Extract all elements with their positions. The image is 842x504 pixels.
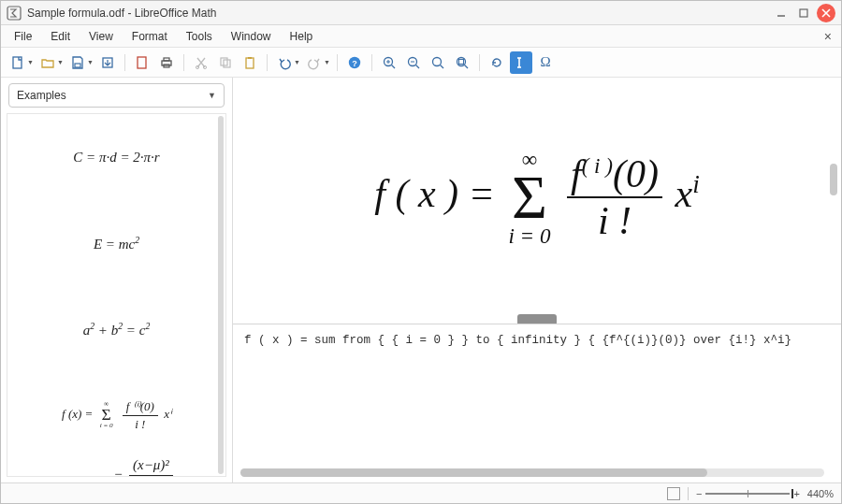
export-pdf-button[interactable] <box>131 51 153 74</box>
example-item[interactable]: − (x−μ)² <box>7 458 225 477</box>
svg-rect-0 <box>7 7 21 20</box>
example-item[interactable]: f (x) = ∞ Σ i = 0 f ⁽ⁱ⁾(0) i ! xⁱ <box>7 372 225 458</box>
undo-caret[interactable]: ▼ <box>294 59 301 65</box>
close-button[interactable] <box>817 4 835 22</box>
zoom-out-button[interactable] <box>402 51 425 74</box>
statusbar: − + 440% <box>1 482 841 503</box>
menu-edit[interactable]: Edit <box>41 27 80 46</box>
category-dropdown-label: Examples <box>17 89 66 102</box>
examples-list: C = π·d = 2·π·r E = mc2 a2 + b2 = c2 f (… <box>7 113 226 477</box>
example-item[interactable]: a2 + b2 = c2 <box>7 286 225 372</box>
example-item[interactable]: E = mc2 <box>7 200 225 286</box>
menu-view[interactable]: View <box>80 27 123 46</box>
svg-rect-16 <box>246 58 254 68</box>
svg-line-30 <box>465 65 469 68</box>
command-text[interactable]: f ( x ) = sum from { { i = 0 } } to { in… <box>233 324 841 356</box>
svg-text:?: ? <box>352 58 357 67</box>
open-button[interactable] <box>36 51 59 74</box>
rendered-formula: f ( x ) = ∞ Σ i = 0 f( i )(0) i ! xi <box>374 149 699 247</box>
svg-rect-8 <box>138 57 146 68</box>
sidebar-scrollbar[interactable] <box>218 116 224 474</box>
svg-point-29 <box>457 57 466 65</box>
body: Examples ▼ C = π·d = 2·π·r E = mc2 a2 + … <box>1 78 841 482</box>
svg-line-25 <box>416 65 420 68</box>
maximize-button[interactable] <box>794 4 813 22</box>
editor-scrollbar[interactable] <box>240 468 824 477</box>
menu-window[interactable]: Window <box>222 27 281 46</box>
document-close-icon[interactable]: × <box>819 29 837 44</box>
category-dropdown[interactable]: Examples ▼ <box>8 83 225 108</box>
zoom-in-icon[interactable]: + <box>793 488 799 499</box>
undo-button[interactable] <box>273 51 296 74</box>
main: f ( x ) = ∞ Σ i = 0 f( i )(0) i ! xi <box>233 78 841 482</box>
zoom-fit-button[interactable] <box>451 51 473 74</box>
svg-rect-10 <box>164 58 169 61</box>
menu-tools[interactable]: Tools <box>177 27 222 46</box>
open-caret[interactable]: ▼ <box>57 59 65 65</box>
app-window: Sample formula.odf - LibreOffice Math Fi… <box>0 0 842 504</box>
redo-caret[interactable]: ▼ <box>324 59 331 65</box>
redo-button[interactable] <box>303 51 326 74</box>
print-button[interactable] <box>155 51 178 74</box>
symbols-button[interactable]: Ω <box>534 51 557 74</box>
formula-cursor-button[interactable] <box>510 51 532 74</box>
chevron-down-icon: ▼ <box>208 91 216 100</box>
refresh-button[interactable] <box>486 51 508 74</box>
export-button[interactable] <box>96 51 119 74</box>
help-button[interactable]: ? <box>343 51 366 74</box>
titlebar: Sample formula.odf - LibreOffice Math <box>1 1 841 25</box>
example-item[interactable]: C = π·d = 2·π·r <box>7 114 225 200</box>
save-button[interactable] <box>66 51 89 74</box>
app-icon <box>7 6 22 21</box>
save-status-icon[interactable] <box>667 487 680 500</box>
paste-button[interactable] <box>239 51 261 74</box>
formula-canvas[interactable]: f ( x ) = ∞ Σ i = 0 f( i )(0) i ! xi <box>233 78 841 318</box>
svg-rect-2 <box>800 9 807 17</box>
svg-rect-17 <box>248 57 252 59</box>
menu-file[interactable]: File <box>5 27 41 46</box>
menu-help[interactable]: Help <box>281 27 323 46</box>
window-title: Sample formula.odf - LibreOffice Math <box>27 7 217 20</box>
svg-line-28 <box>441 65 444 68</box>
menu-format[interactable]: Format <box>123 27 177 46</box>
canvas-scrollbar[interactable] <box>830 85 837 310</box>
menubar: File Edit View Format Tools Window Help … <box>1 25 841 48</box>
svg-line-21 <box>392 65 396 68</box>
elements-sidebar: Examples ▼ C = π·d = 2·π·r E = mc2 a2 + … <box>1 78 233 482</box>
zoom-in-button[interactable] <box>378 51 400 74</box>
minimize-button[interactable] <box>772 4 791 22</box>
copy-button[interactable] <box>214 51 237 74</box>
save-caret[interactable]: ▼ <box>87 59 94 65</box>
toolbar: ▼ ▼ ▼ ▼ ▼ ? <box>1 48 841 78</box>
new-button[interactable] <box>7 51 29 74</box>
svg-rect-6 <box>75 64 80 67</box>
svg-rect-5 <box>13 57 22 68</box>
zoom-100-button[interactable] <box>427 51 449 74</box>
command-editor[interactable]: f ( x ) = sum from { { i = 0 } } to { in… <box>233 324 841 482</box>
zoom-slider[interactable]: − + <box>696 488 800 499</box>
new-caret[interactable]: ▼ <box>27 59 35 65</box>
cut-button[interactable] <box>190 51 212 74</box>
svg-rect-31 <box>459 59 464 64</box>
zoom-out-icon[interactable]: − <box>696 488 702 499</box>
zoom-value[interactable]: 440% <box>807 488 834 499</box>
svg-point-27 <box>433 57 442 65</box>
